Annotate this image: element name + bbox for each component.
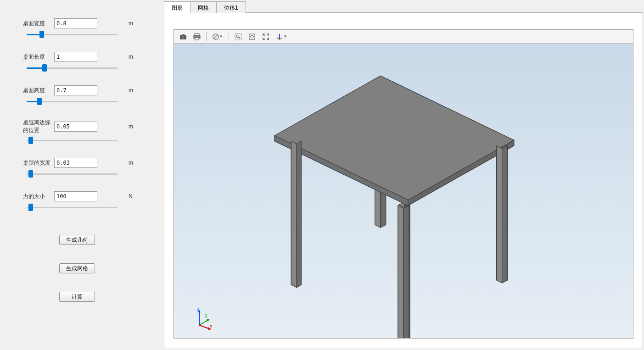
- viewport-3d[interactable]: ▼ ▼: [174, 29, 633, 339]
- param-unit: N: [129, 193, 133, 200]
- svg-line-15: [277, 38, 280, 39]
- chevron-down-icon: ▼: [284, 34, 287, 39]
- svg-line-14: [280, 38, 282, 39]
- table-height-slider[interactable]: [27, 98, 118, 105]
- param-table-length: 桌面长度 m: [5, 52, 158, 72]
- zoom-extents-icon[interactable]: [259, 31, 272, 42]
- table-model-render: [174, 44, 633, 338]
- param-unit: m: [129, 87, 133, 94]
- svg-point-3: [183, 37, 184, 38]
- table-length-input[interactable]: [54, 52, 97, 62]
- force-slider[interactable]: [27, 204, 118, 211]
- svg-text:z: z: [197, 307, 199, 311]
- toolbar-separator: [206, 32, 207, 41]
- param-label: 桌腿离边缘的位置: [5, 119, 54, 134]
- axis-gizmo: z y x: [192, 307, 215, 330]
- chevron-down-icon: ▼: [219, 34, 223, 39]
- zoom-box-icon[interactable]: [232, 31, 245, 42]
- param-unit: m: [129, 54, 133, 60]
- table-width-slider[interactable]: [27, 31, 118, 38]
- svg-rect-6: [195, 38, 199, 40]
- param-label: 桌面宽度: [5, 20, 54, 28]
- param-label: 桌腿的宽度: [5, 159, 54, 167]
- generate-geometry-button[interactable]: 生成几何: [59, 235, 95, 245]
- print-icon[interactable]: [190, 31, 203, 42]
- table-width-input[interactable]: [54, 18, 97, 28]
- parameter-panel: 桌面宽度 m 桌面长度 m 桌面高度 m 桌腿离边缘的位置: [0, 0, 163, 350]
- param-table-height: 桌面高度 m: [5, 85, 158, 106]
- param-label: 力的大小: [5, 193, 54, 200]
- viewport-toolbar: ▼ ▼: [174, 30, 633, 44]
- svg-rect-12: [249, 34, 255, 39]
- svg-rect-4: [195, 33, 199, 35]
- svg-marker-39: [502, 146, 508, 283]
- tab-content: ▼ ▼: [164, 13, 643, 348]
- leg-offset-slider[interactable]: [27, 137, 118, 144]
- force-input[interactable]: [54, 191, 97, 201]
- param-leg-offset: 桌腿离边缘的位置 m: [5, 119, 158, 145]
- param-unit: m: [129, 20, 133, 27]
- svg-marker-37: [403, 206, 409, 338]
- generate-mesh-button[interactable]: 生成网格: [59, 263, 95, 273]
- param-label: 桌面长度: [5, 53, 54, 61]
- param-leg-width: 桌腿的宽度 m: [5, 158, 158, 178]
- svg-text:y: y: [205, 313, 207, 318]
- tab-graphics[interactable]: 图形: [164, 1, 190, 13]
- svg-line-11: [239, 37, 240, 39]
- svg-marker-34: [291, 141, 297, 288]
- tab-displacement[interactable]: 位移1: [216, 1, 246, 13]
- svg-text:x: x: [210, 323, 212, 328]
- axes-view-icon[interactable]: ▼: [273, 31, 290, 42]
- svg-marker-38: [497, 146, 502, 283]
- tab-mesh[interactable]: 网格: [190, 1, 217, 13]
- svg-rect-1: [182, 34, 185, 36]
- param-unit: m: [129, 123, 133, 130]
- results-panel: 图形 网格 位移1 ▼: [163, 0, 644, 350]
- tab-bar: 图形 网格 位移1: [164, 1, 643, 13]
- svg-marker-35: [297, 141, 301, 288]
- table-height-input[interactable]: [54, 85, 97, 95]
- param-label: 桌面高度: [5, 87, 54, 94]
- leg-width-input[interactable]: [54, 158, 97, 168]
- param-table-width: 桌面宽度 m: [5, 18, 158, 39]
- scene-options-icon[interactable]: ▼: [209, 31, 226, 42]
- svg-line-8: [214, 35, 218, 39]
- calculate-button[interactable]: 计算: [59, 292, 95, 302]
- param-unit: m: [129, 160, 133, 166]
- pan-center-icon[interactable]: [246, 31, 258, 42]
- camera-icon[interactable]: [177, 31, 190, 42]
- svg-rect-9: [235, 33, 241, 40]
- svg-marker-31: [274, 76, 514, 200]
- leg-width-slider[interactable]: [27, 171, 118, 177]
- table-length-slider[interactable]: [27, 65, 118, 71]
- leg-offset-input[interactable]: [54, 122, 97, 132]
- svg-line-43: [199, 320, 208, 325]
- svg-marker-36: [398, 206, 403, 338]
- toolbar-separator: [229, 32, 229, 41]
- param-force: 力的大小 N: [5, 191, 158, 212]
